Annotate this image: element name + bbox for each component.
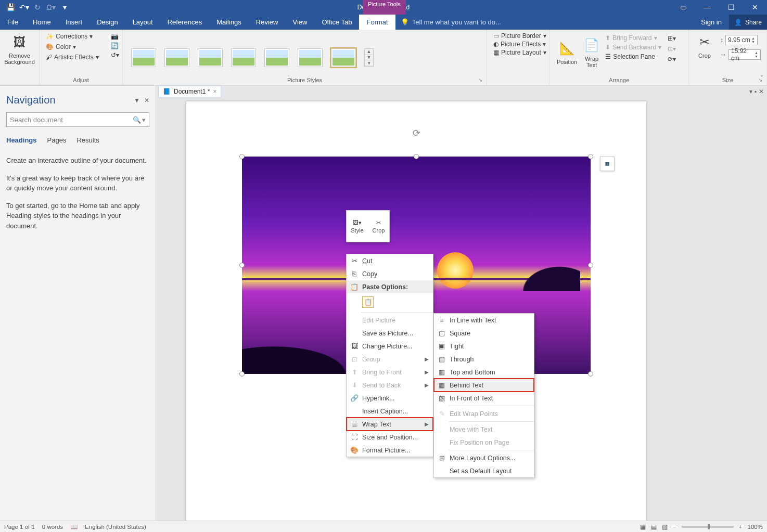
picture-border-button[interactable]: ▭Picture Border▾ bbox=[491, 32, 545, 40]
resize-handle[interactable] bbox=[239, 263, 245, 268]
corrections-button[interactable]: ✨Corrections▾ bbox=[44, 32, 118, 41]
resize-handle[interactable] bbox=[414, 154, 419, 159]
picture-styles-gallery[interactable]: ▲▼▾ bbox=[127, 32, 482, 83]
tab-home[interactable]: Home bbox=[25, 15, 58, 30]
height-field[interactable]: ↕9.95 cm▲▼ bbox=[720, 35, 761, 45]
zoom-level[interactable]: 100% bbox=[748, 524, 763, 530]
tab-close-all-icon[interactable]: ✕ bbox=[759, 88, 764, 95]
style-thumb[interactable] bbox=[164, 48, 189, 67]
tab-options-icon[interactable]: ▾ bbox=[749, 88, 752, 95]
ctx-hyperlink[interactable]: 🔗Hyperlink... bbox=[347, 392, 433, 405]
picture-layout-button[interactable]: ▦Picture Layout▾ bbox=[491, 48, 545, 57]
layout-options-button[interactable]: ≣ bbox=[600, 157, 615, 171]
wrap-tight[interactable]: ▣Tight bbox=[434, 340, 534, 353]
tab-office-tab[interactable]: Office Tab bbox=[314, 15, 359, 30]
wrap-behind-text[interactable]: ▦Behind Text bbox=[434, 379, 534, 392]
wrap-top-bottom[interactable]: ▥Top and Bottom bbox=[434, 366, 534, 379]
print-layout-icon[interactable]: ▤ bbox=[651, 523, 657, 530]
style-thumb[interactable] bbox=[131, 48, 156, 67]
collapse-ribbon-icon[interactable]: ˇ bbox=[761, 75, 763, 82]
sign-in-button[interactable]: Sign in bbox=[694, 15, 729, 30]
style-thumb-selected[interactable] bbox=[331, 48, 356, 67]
language-indicator[interactable]: English (United States) bbox=[85, 524, 146, 530]
nav-tab-results[interactable]: Results bbox=[76, 136, 99, 144]
search-document-input[interactable]: Search document 🔍▾ bbox=[6, 112, 149, 127]
tab-list-icon[interactable]: ▪ bbox=[755, 88, 757, 95]
tab-file[interactable]: File bbox=[0, 15, 25, 30]
close-icon[interactable]: ✕ bbox=[743, 0, 767, 15]
color-button[interactable]: 🎨Color▾ bbox=[44, 42, 118, 51]
resize-handle[interactable] bbox=[588, 154, 593, 159]
wrap-in-front[interactable]: ▧In Front of Text bbox=[434, 392, 534, 405]
ctx-paste-option[interactable]: 📋 bbox=[347, 293, 433, 311]
zoom-in-icon[interactable]: + bbox=[739, 524, 743, 530]
wrap-set-default[interactable]: Set as Default Layout bbox=[434, 464, 534, 477]
bring-forward-button[interactable]: ⬆Bring Forward▾ bbox=[603, 34, 663, 42]
gallery-more-button[interactable]: ▲▼▾ bbox=[364, 48, 374, 67]
undo-icon[interactable]: ↶▾ bbox=[18, 1, 30, 14]
selection-pane-button[interactable]: ☰Selection Pane bbox=[603, 53, 663, 61]
nav-tab-headings[interactable]: Headings bbox=[6, 136, 37, 144]
omega-icon[interactable]: Ω▾ bbox=[45, 1, 57, 14]
nav-tab-pages[interactable]: Pages bbox=[47, 136, 67, 144]
tab-references[interactable]: References bbox=[160, 15, 209, 30]
zoom-out-icon[interactable]: − bbox=[673, 524, 676, 530]
close-tab-icon[interactable]: × bbox=[213, 88, 216, 95]
document-tab[interactable]: 📘 Document1 * × bbox=[158, 86, 221, 97]
rotate-icon[interactable]: ⟳▾ bbox=[668, 56, 676, 63]
tell-me-search[interactable]: 💡Tell me what you want to do... bbox=[395, 15, 506, 30]
wrap-inline[interactable]: ≡In Line with Text bbox=[434, 314, 534, 327]
ctx-cut[interactable]: ✂CuCutt bbox=[347, 254, 433, 267]
maximize-icon[interactable]: ☐ bbox=[719, 0, 743, 15]
ctx-insert-caption[interactable]: Insert Caption... bbox=[347, 405, 433, 418]
compress-pictures-icon[interactable]: 📷 bbox=[111, 33, 119, 40]
mini-crop-button[interactable]: ✂Crop bbox=[368, 211, 389, 242]
style-thumb[interactable] bbox=[298, 48, 323, 67]
resize-handle[interactable] bbox=[588, 371, 593, 377]
qat-more-icon[interactable]: ▾ bbox=[58, 1, 71, 14]
minimize-icon[interactable]: — bbox=[695, 0, 719, 15]
tab-design[interactable]: Design bbox=[90, 15, 125, 30]
wrap-more-options[interactable]: ⊞More Layout Options... bbox=[434, 451, 534, 464]
ctx-format-picture[interactable]: 🎨Format Picture... bbox=[347, 444, 433, 457]
ctx-change-picture[interactable]: 🖼Change Picture... bbox=[347, 340, 433, 353]
resize-handle[interactable] bbox=[588, 263, 593, 268]
ctx-wrap-text[interactable]: ≣Wrap Text▶ bbox=[347, 418, 433, 431]
page-indicator[interactable]: Page 1 of 1 bbox=[4, 524, 35, 530]
search-icon[interactable]: 🔍 bbox=[133, 116, 141, 124]
group-icon[interactable]: ⊡▾ bbox=[668, 45, 676, 53]
share-button[interactable]: 👤Share bbox=[729, 15, 767, 30]
resize-handle[interactable] bbox=[239, 154, 245, 159]
resize-handle[interactable] bbox=[239, 371, 245, 377]
ribbon-display-icon[interactable]: ▭ bbox=[671, 0, 695, 15]
tab-layout[interactable]: Layout bbox=[125, 15, 160, 30]
tab-mailings[interactable]: Mailings bbox=[209, 15, 249, 30]
wrap-through[interactable]: ▤Through bbox=[434, 353, 534, 366]
rotation-handle-icon[interactable]: ⟳ bbox=[413, 127, 420, 139]
read-mode-icon[interactable]: ▦ bbox=[640, 523, 646, 530]
zoom-slider[interactable] bbox=[682, 526, 734, 528]
ctx-save-as-picture[interactable]: Save as Picture... bbox=[347, 327, 433, 340]
style-thumb[interactable] bbox=[264, 48, 289, 67]
position-button[interactable]: 📐Position bbox=[554, 32, 580, 73]
mini-style-button[interactable]: 🖼▾Style bbox=[347, 211, 368, 242]
web-layout-icon[interactable]: ▥ bbox=[662, 523, 668, 530]
ctx-copy[interactable]: ⎘Copy bbox=[347, 267, 433, 280]
style-thumb[interactable] bbox=[231, 48, 256, 67]
nav-close-icon[interactable]: ✕ bbox=[144, 97, 149, 104]
tab-format[interactable]: Format bbox=[359, 15, 395, 30]
picture-effects-button[interactable]: ◐Picture Effects▾ bbox=[491, 40, 545, 48]
tab-view[interactable]: View bbox=[285, 15, 314, 30]
ctx-size-position[interactable]: ⛶Size and Position... bbox=[347, 431, 433, 444]
width-field[interactable]: ↔15.92 cm▲▼ bbox=[720, 49, 761, 60]
wrap-text-button[interactable]: 📄Wrap Text bbox=[580, 32, 603, 73]
picture-styles-launcher-icon[interactable]: ↘ bbox=[478, 77, 484, 83]
artistic-effects-button[interactable]: 🖌Artistic Effects▾ bbox=[44, 53, 118, 62]
style-thumb[interactable] bbox=[198, 48, 223, 67]
send-backward-button[interactable]: ⬇Send Backward▾ bbox=[603, 43, 663, 51]
tab-insert[interactable]: Insert bbox=[58, 15, 90, 30]
search-dropdown-icon[interactable]: ▾ bbox=[142, 116, 146, 124]
redo-icon[interactable]: ↻ bbox=[31, 1, 44, 14]
word-count[interactable]: 0 words bbox=[42, 524, 63, 530]
nav-dropdown-icon[interactable]: ▼ bbox=[134, 97, 140, 104]
